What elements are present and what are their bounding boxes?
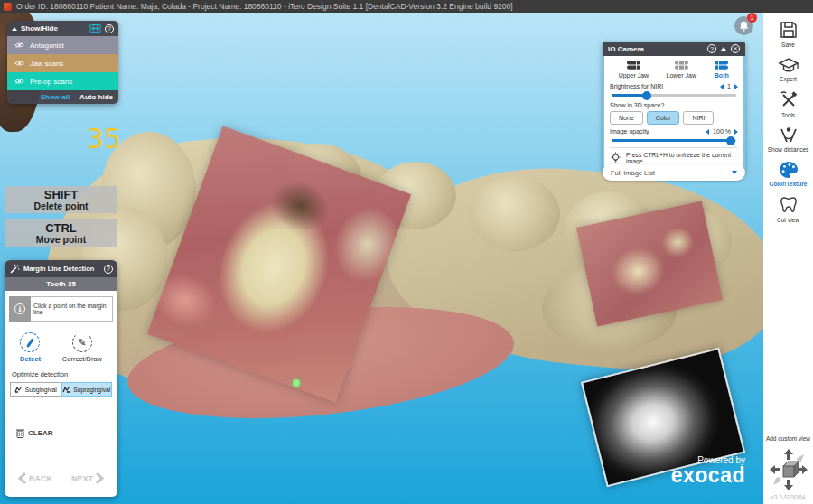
brightness-slider[interactable]: [612, 94, 736, 97]
correct-draw-label: Correct/Draw: [62, 355, 102, 363]
cut-view-button[interactable]: Cut view: [763, 195, 813, 223]
increase-icon[interactable]: [734, 84, 738, 89]
full-image-list-dropdown[interactable]: Full Image List: [603, 164, 745, 181]
instruction-row: i Click a point on the margin line: [9, 296, 113, 322]
window-title: Order ID: 180860110 Patient Name: Maja, …: [16, 2, 513, 11]
save-button[interactable]: Save: [763, 20, 813, 48]
viewport-3d[interactable]: 35 Show/Hide ? Antagonist: [0, 13, 763, 504]
upper-jaw-button[interactable]: Upper Jaw: [619, 60, 649, 79]
show-distances-button[interactable]: Show distances: [763, 126, 813, 153]
margin-panel-title: Margin Line Detection: [23, 265, 100, 273]
both-jaws-label: Both: [715, 72, 729, 79]
show-hide-row-antagonist[interactable]: Antagonist: [7, 36, 118, 54]
supragingival-label: Supragingival: [73, 387, 110, 393]
brightness-label: Brightness for NIRI: [610, 83, 720, 89]
margin-panel-body: i Click a point on the margin line Detec…: [5, 291, 117, 497]
full-image-list-label: Full Image List: [611, 169, 732, 177]
tools-button[interactable]: Tools: [763, 90, 813, 118]
supragingival-icon: [62, 386, 70, 393]
add-custom-view-button[interactable]: Add custom view: [766, 435, 810, 442]
both-jaws-button[interactable]: Both: [714, 60, 729, 79]
upper-jaw-icon: [626, 60, 641, 70]
space-color-button[interactable]: Color: [647, 111, 680, 125]
magic-wand-icon: [9, 264, 20, 275]
correct-draw-button[interactable]: ✎ Correct/Draw: [62, 332, 102, 363]
freeze-hint-row: Press CTRL+H to unfreeze the current ima…: [610, 147, 738, 164]
opacity-row: Image opacity 100 %: [610, 128, 738, 135]
shift-hint: SHIFT Delete point: [5, 186, 117, 213]
show-distances-icon: [778, 126, 799, 145]
expert-icon: [778, 56, 799, 74]
exocad-logo: exocad: [628, 465, 745, 486]
both-jaws-icon: [714, 60, 729, 70]
auto-hide-button[interactable]: Auto hide: [79, 93, 113, 101]
expert-button[interactable]: Expert: [763, 56, 813, 82]
notification-badge: 1: [747, 13, 757, 23]
row-label: Jaw scans: [30, 60, 63, 68]
eye-off-icon[interactable]: [14, 78, 24, 85]
show-hide-footer: Show all Auto hide: [7, 90, 118, 104]
clear-button[interactable]: CLEAR: [16, 428, 113, 438]
color-texture-button[interactable]: Color/Texture: [763, 161, 813, 187]
view-cube[interactable]: [768, 447, 809, 492]
lightbulb-icon: [610, 152, 621, 164]
eye-off-icon[interactable]: [14, 42, 24, 49]
expert-label: Expert: [780, 76, 797, 82]
decrease-icon[interactable]: [706, 129, 709, 135]
chevron-down-icon: [732, 171, 737, 174]
space-none-button[interactable]: None: [610, 111, 643, 125]
app-window: Order ID: 180860110 Patient Name: Maja, …: [0, 0, 813, 504]
decrease-icon[interactable]: [720, 84, 724, 89]
io-camera-header[interactable]: IO Camera ? ×: [603, 42, 745, 56]
show-hide-row-preop-scans[interactable]: Pre-op scans: [7, 72, 118, 90]
subgingival-button[interactable]: Subgingival: [10, 382, 61, 397]
view-controls: Add custom view v3.2-9200/64: [763, 435, 813, 504]
margin-line-panel: Margin Line Detection ? Tooth 35 i Click…: [5, 260, 117, 497]
back-chevron-icon: [18, 472, 26, 484]
help-icon[interactable]: ?: [707, 44, 716, 53]
detect-button[interactable]: Detect: [20, 332, 41, 363]
brightness-value: 1: [727, 83, 731, 89]
hint-key: CTRL: [5, 221, 117, 235]
help-icon[interactable]: ?: [105, 24, 114, 33]
wizard-nav: BACK NEXT: [9, 472, 113, 484]
subgingival-label: Subgingival: [25, 387, 57, 393]
show-all-button[interactable]: Show all: [41, 93, 70, 101]
supragingival-button[interactable]: Supragingival: [61, 382, 113, 397]
next-button[interactable]: NEXT: [71, 472, 104, 484]
help-icon[interactable]: ?: [104, 265, 113, 274]
show-hide-panel: Show/Hide ? Antagonist Jaw scans: [7, 21, 118, 104]
show-hide-row-jaw-scans[interactable]: Jaw scans: [7, 54, 118, 72]
collapse-icon[interactable]: [721, 47, 726, 51]
show-distances-label: Show distances: [768, 146, 809, 153]
collapse-icon[interactable]: [12, 27, 17, 31]
io-camera-panel: IO Camera ? × Upper Jaw: [603, 42, 745, 171]
gingival-toggle: Subgingival Supragingival: [10, 382, 112, 397]
color-texture-icon: [779, 161, 799, 179]
lower-jaw-button[interactable]: Lower Jaw: [666, 60, 696, 79]
eye-icon[interactable]: [14, 60, 24, 67]
opacity-slider[interactable]: [612, 139, 736, 142]
show-hide-header[interactable]: Show/Hide ?: [7, 21, 118, 36]
freeze-hint-text: Press CTRL+H to unfreeze the current ima…: [626, 152, 738, 164]
subgingival-icon: [14, 386, 23, 393]
branding: Powered by exocad: [628, 455, 745, 486]
jaw-icon: [89, 24, 101, 33]
notifications-button[interactable]: 1: [734, 16, 755, 37]
space-niri-button[interactable]: NIRI: [683, 111, 714, 125]
next-label: NEXT: [71, 474, 93, 483]
slider-thumb[interactable]: [642, 91, 651, 100]
app-icon: [4, 3, 12, 11]
back-button[interactable]: BACK: [18, 472, 52, 484]
row-label: Pre-op scans: [30, 78, 72, 86]
increase-icon[interactable]: [734, 129, 738, 135]
margin-panel-header: Margin Line Detection ?: [5, 260, 117, 277]
brightness-stepper: 1: [720, 83, 738, 89]
slider-thumb[interactable]: [726, 136, 735, 145]
detect-icon: [20, 332, 40, 352]
tools-icon: [779, 90, 799, 110]
instruction-text: Click a point on the margin line: [31, 296, 113, 322]
close-icon[interactable]: ×: [731, 44, 740, 53]
margin-point-marker[interactable]: [293, 379, 300, 387]
version-label: v3.2-9200/64: [771, 494, 806, 500]
